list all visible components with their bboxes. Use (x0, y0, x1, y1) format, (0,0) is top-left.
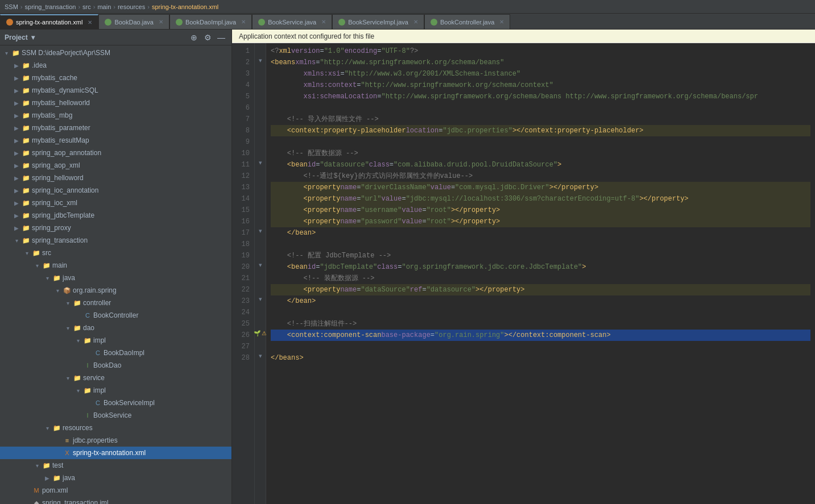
sidebar-locate-button[interactable]: ⊕ (188, 32, 200, 43)
code-line-26: <context:component-scan base-package="or… (271, 330, 810, 341)
tab-label: BookDao.java (114, 19, 154, 26)
gutter-2[interactable]: ▾ (255, 55, 266, 66)
gutter-19 (255, 248, 266, 259)
tree-item-dao[interactable]: ▾ 📁 dao (0, 322, 231, 334)
code-line-14: <property name="url" value="jdbc:mysql:/… (271, 193, 810, 205)
interface-file-icon (258, 19, 265, 26)
tree-item-main[interactable]: ▾ 📁 main (0, 259, 231, 272)
spring-bean-icon[interactable]: 🌱 (254, 330, 260, 336)
code-line-20: <bean id="jdbcTemplate" class="org.sprin… (271, 261, 810, 273)
gutter-11[interactable]: ▾ (255, 157, 266, 168)
tree-item-spring-jdbctemplate[interactable]: ▶ 📁 spring_jdbcTemplate (0, 209, 231, 222)
gutter-7 (255, 111, 266, 123)
tree-item-spring-ioc-xml[interactable]: ▶ 📁 spring_ioc_xml (0, 197, 231, 209)
breadcrumb-project[interactable]: spring_transaction (25, 3, 76, 10)
code-line-7: <!-- 导入外部属性文件 --> (271, 114, 810, 125)
folder-icon: 📁 (22, 98, 31, 107)
breadcrumb-ssm[interactable]: SSM (5, 3, 18, 10)
gutter-22 (255, 282, 266, 293)
tree-item-spring-tx-annotation[interactable]: X spring-tx-annotation.xml (0, 447, 231, 459)
project-tree: ▾ 📁 SSM D:\ideaPorject\Apr\SSM ▶ 📁 .idea… (0, 45, 231, 504)
tree-item-mybatis-parameter[interactable]: ▶ 📁 mybatis_parameter (0, 122, 231, 134)
gutter-17[interactable]: ▾ (255, 225, 266, 236)
breadcrumb-file[interactable]: spring-tx-annotation.xml (152, 3, 218, 10)
class-file-icon: C (93, 398, 102, 407)
tree-item-resources[interactable]: ▾ 📁 resources (0, 422, 231, 434)
tree-item-org-rain-spring[interactable]: ▾ 📦 org.rain.spring (0, 284, 231, 297)
tree-item-spring-transaction[interactable]: ▾ 📁 spring_transaction (0, 234, 231, 247)
folder-icon: 📁 (22, 123, 31, 132)
code-line-18 (271, 239, 810, 250)
tab-book-service-impl[interactable]: BookServiceImpl.java ✕ (332, 14, 424, 29)
tree-item-spring-helloword[interactable]: ▶ 📁 spring_helloword (0, 172, 231, 184)
tab-book-dao-impl[interactable]: BookDaoImpl.java ✕ (169, 14, 252, 29)
tree-item-jdbc-properties[interactable]: ≡ jdbc.properties (0, 434, 231, 447)
tree-item-src[interactable]: ▾ 📁 src (0, 247, 231, 259)
tree-item-pom[interactable]: M pom.xml (0, 484, 231, 497)
tree-item-service[interactable]: ▾ 📁 service (0, 372, 231, 384)
breadcrumb-src[interactable]: src (82, 3, 91, 10)
tree-item-iml[interactable]: ◆ spring_transaction.iml (0, 497, 231, 504)
tab-book-dao[interactable]: BookDao.java ✕ (98, 14, 169, 29)
gutter-24 (255, 305, 266, 316)
folder-icon: 📁 (22, 223, 31, 232)
gutter-28[interactable]: ▾ (255, 350, 266, 361)
tree-item-book-service[interactable]: I BookService (0, 409, 231, 422)
tree-item-mybatis-helloworld[interactable]: ▶ 📁 mybatis_helloworld (0, 97, 231, 109)
breadcrumb-resources[interactable]: resources (118, 3, 145, 10)
gutter-3 (255, 66, 266, 77)
tree-item-java[interactable]: ▾ 📁 java (0, 272, 231, 284)
code-editor[interactable]: <?xml version="1.0" encoding="UTF-8"?> <… (266, 43, 815, 504)
tree-item-impl-service[interactable]: ▾ 📁 impl (0, 384, 231, 397)
code-line-25: <!--扫描注解组件--> (271, 318, 810, 330)
folder-icon: 📁 (83, 336, 92, 345)
tree-item-test-java[interactable]: ▶ 📁 java (0, 472, 231, 484)
sidebar-collapse-button[interactable]: — (216, 32, 227, 43)
editor-area: Application context not configured for t… (232, 30, 815, 504)
tab-book-controller[interactable]: BookController.java ✕ (424, 14, 510, 29)
folder-icon: 📁 (83, 386, 92, 395)
tab-close-button[interactable]: ✕ (413, 19, 418, 25)
folder-icon: 📁 (22, 186, 31, 195)
tab-close-button[interactable]: ✕ (241, 19, 246, 25)
tree-item-book-service-impl[interactable]: C BookServiceImpl (0, 397, 231, 409)
gutter-23[interactable]: ▾ (255, 293, 266, 305)
pom-file-icon: M (32, 486, 41, 495)
tree-item-ssm[interactable]: ▾ 📁 SSM D:\ideaPorject\Apr\SSM (0, 47, 231, 59)
tree-item-spring-proxy[interactable]: ▶ 📁 spring_proxy (0, 222, 231, 234)
tab-spring-tx-annotation[interactable]: spring-tx-annotation.xml ✕ (0, 14, 98, 29)
tree-item-book-dao-impl[interactable]: C BookDaoImpl (0, 347, 231, 359)
folder-icon: 📁 (22, 111, 31, 120)
sidebar-settings-button[interactable]: ⚙ (202, 32, 213, 43)
tree-item-spring-ioc-annotation[interactable]: ▶ 📁 spring_ioc_annotation (0, 184, 231, 197)
tab-label: BookDaoImpl.java (185, 19, 236, 26)
tree-item-test[interactable]: ▾ 📁 test (0, 459, 231, 472)
tree-item-spring-aop-xml[interactable]: ▶ 📁 spring_aop_xml (0, 159, 231, 172)
tree-item-mybatis-cache[interactable]: ▶ 📁 mybatis_cache (0, 72, 231, 84)
code-line-8: <context:property-placeholder location="… (271, 125, 810, 136)
tab-close-button[interactable]: ✕ (88, 19, 92, 26)
folder-icon: 📁 (22, 86, 31, 95)
source-folder-icon: 📁 (52, 273, 61, 282)
breadcrumb-main[interactable]: main (97, 3, 111, 10)
interface-file-icon: I (83, 411, 92, 420)
tree-item-mybatis-dynamicsql[interactable]: ▶ 📁 mybatis_dynamicSQL (0, 84, 231, 97)
code-line-24 (271, 307, 810, 318)
tab-close-button[interactable]: ✕ (159, 19, 163, 25)
tree-item-controller[interactable]: ▾ 📁 controller (0, 297, 231, 309)
tab-label: BookController.java (440, 19, 494, 26)
tree-item-idea[interactable]: ▶ 📁 .idea (0, 59, 231, 72)
tree-item-spring-aop-annotation[interactable]: ▶ 📁 spring_aop_annotation (0, 147, 231, 159)
tree-item-impl-dao[interactable]: ▾ 📁 impl (0, 334, 231, 347)
tab-close-button[interactable]: ✕ (499, 19, 504, 25)
tree-item-book-controller[interactable]: C BookController (0, 309, 231, 322)
tree-item-mybatis-resultmap[interactable]: ▶ 📁 mybatis_resultMap (0, 134, 231, 147)
tab-close-button[interactable]: ✕ (321, 19, 326, 25)
tree-item-mybatis-mbg[interactable]: ▶ 📁 mybatis_mbg (0, 109, 231, 122)
tab-book-service[interactable]: BookService.java ✕ (252, 14, 332, 29)
tree-item-book-dao[interactable]: I BookDao (0, 359, 231, 372)
code-line-4: xmlns:context="http://www.springframewor… (271, 80, 810, 91)
gutter-20[interactable]: ▾ (255, 259, 266, 270)
code-line-23: </bean> (271, 295, 810, 307)
sidebar-dropdown-icon[interactable]: ▾ (31, 34, 35, 41)
